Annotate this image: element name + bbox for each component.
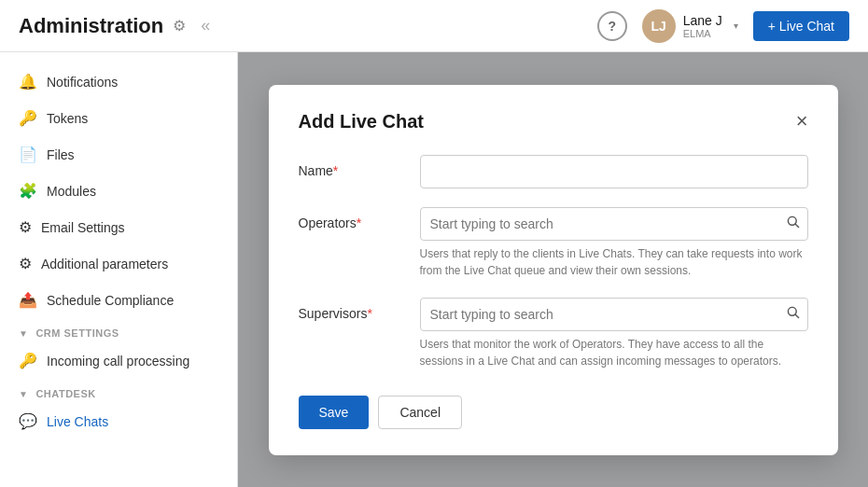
file-icon: 📄	[19, 146, 37, 163]
name-input[interactable]	[420, 155, 808, 188]
bell-icon: 🔔	[19, 73, 37, 90]
name-required: *	[333, 163, 338, 178]
modal-overlay: Add Live Chat × Name* Operators*	[238, 52, 868, 487]
save-button[interactable]: Save	[299, 396, 370, 429]
header-right: ? LJ Lane J ELMA ▾ + Live Chat	[597, 9, 849, 43]
svg-line-3	[795, 314, 799, 318]
supervisors-row: Supervisors* Users that	[299, 298, 808, 369]
sidebar-item-label: Tokens	[47, 111, 88, 126]
header-left: Administration ⚙ «	[19, 14, 210, 38]
chevron-down-icon: ▾	[734, 21, 738, 31]
sidebar-item-label: Modules	[47, 184, 96, 199]
search-icon	[786, 215, 801, 230]
name-field	[420, 155, 808, 188]
operators-search-button[interactable]	[786, 215, 801, 233]
supervisors-field: Users that monitor the work of Operators…	[420, 298, 808, 369]
operators-required: *	[357, 216, 361, 230]
cancel-button[interactable]: Cancel	[378, 396, 462, 429]
schedule-icon: 📤	[19, 291, 37, 309]
app-header: Administration ⚙ « ? LJ Lane J ELMA ▾ + …	[0, 0, 868, 52]
sidebar-item-label: Incoming call processing	[47, 354, 189, 369]
chatdesk-section: ▼ CHATDESK	[0, 379, 237, 403]
operators-label: Operators*	[299, 207, 420, 230]
operators-input-wrap	[420, 207, 808, 241]
sidebar-item-label: Additional parameters	[41, 257, 168, 271]
main-layout: 🔔 Notifications 🔑 Tokens 📄 Files 🧩 Modul…	[0, 52, 868, 487]
live-chats-icon: 💬	[19, 412, 37, 430]
supervisors-input[interactable]	[420, 298, 808, 331]
sidebar-item-modules[interactable]: 🧩 Modules	[0, 173, 237, 209]
sidebar-item-notifications[interactable]: 🔔 Notifications	[0, 63, 237, 100]
crm-section-label: CRM SETTINGS	[35, 327, 119, 339]
operators-hint: Users that reply to the clients in Live …	[420, 245, 808, 279]
sidebar-item-label: Files	[47, 147, 75, 162]
collapse-sidebar-button[interactable]: «	[201, 16, 210, 35]
supervisors-required: *	[367, 306, 371, 321]
name-label: Name*	[299, 155, 420, 178]
sidebar-item-label: Live Chats	[47, 414, 108, 429]
sidebar-item-label: Email Settings	[41, 220, 124, 235]
supervisors-label: Supervisors*	[299, 298, 420, 321]
chatdesk-section-label: CHATDESK	[35, 388, 95, 399]
sidebar-item-incoming-call[interactable]: 🔑 Incoming call processing	[0, 342, 237, 379]
name-row: Name*	[299, 155, 808, 188]
user-name-block: Lane J ELMA	[683, 13, 722, 39]
app-title: Administration	[19, 14, 163, 38]
sidebar-item-additional-parameters[interactable]: ⚙ Additional parameters	[0, 245, 237, 282]
operators-input[interactable]	[420, 207, 808, 241]
sidebar-item-label: Notifications	[47, 75, 118, 90]
operators-row: Operators* Users that r	[299, 207, 808, 279]
user-info[interactable]: LJ Lane J ELMA ▾	[642, 9, 738, 43]
svg-line-1	[795, 224, 799, 228]
user-org: ELMA	[683, 28, 722, 39]
sidebar-item-tokens[interactable]: 🔑 Tokens	[0, 100, 237, 136]
chatdesk-section-arrow-icon: ▼	[19, 389, 28, 399]
sidebar: 🔔 Notifications 🔑 Tokens 📄 Files 🧩 Modul…	[0, 52, 238, 487]
sidebar-item-label: Schedule Compliance	[47, 293, 174, 308]
modules-icon: 🧩	[19, 182, 37, 200]
modal-header: Add Live Chat ×	[299, 111, 808, 132]
gear-icon[interactable]: ⚙	[173, 17, 186, 35]
main-content: Add Live Chat × Name* Operators*	[238, 52, 868, 487]
params-icon: ⚙	[19, 255, 32, 272]
help-button[interactable]: ?	[597, 11, 627, 41]
section-arrow-icon: ▼	[19, 328, 28, 339]
incoming-call-icon: 🔑	[19, 352, 37, 369]
supervisors-input-wrap	[420, 298, 808, 331]
modal-footer: Save Cancel	[299, 396, 808, 429]
supervisors-hint: Users that monitor the work of Operators…	[420, 336, 808, 369]
operators-field: Users that reply to the clients in Live …	[420, 207, 808, 279]
crm-settings-section: ▼ CRM SETTINGS	[0, 318, 237, 342]
key-icon: 🔑	[19, 109, 37, 127]
modal-title: Add Live Chat	[299, 111, 424, 132]
sidebar-item-schedule-compliance[interactable]: 📤 Schedule Compliance	[0, 282, 237, 318]
avatar: LJ	[642, 9, 676, 43]
email-icon: ⚙	[19, 218, 32, 236]
sidebar-item-email-settings[interactable]: ⚙ Email Settings	[0, 209, 237, 245]
sidebar-item-files[interactable]: 📄 Files	[0, 136, 237, 173]
sidebar-item-live-chats[interactable]: 💬 Live Chats	[0, 403, 237, 439]
user-name: Lane J	[683, 13, 722, 28]
supervisors-search-button[interactable]	[786, 305, 801, 324]
modal-close-button[interactable]: ×	[796, 111, 808, 132]
add-live-chat-header-button[interactable]: + Live Chat	[753, 11, 849, 41]
add-live-chat-modal: Add Live Chat × Name* Operators*	[269, 85, 838, 455]
search-icon	[786, 305, 801, 320]
